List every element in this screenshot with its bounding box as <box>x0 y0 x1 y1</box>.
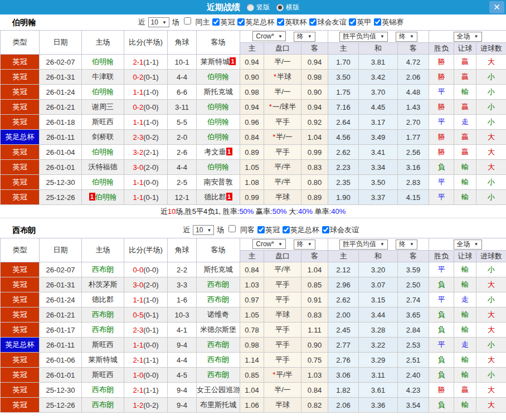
mean-away: 4.72 <box>398 55 429 70</box>
match-row: 英冠26-01-04伯明翰3-2(2-1)2-6考文垂10.89平手0.992.… <box>1 145 506 160</box>
checkbox-icon[interactable] <box>257 226 265 233</box>
col-type: 类型 <box>1 238 40 262</box>
radio-icon[interactable] <box>247 4 254 11</box>
competition-badge: 英冠 <box>1 55 40 70</box>
handicap-line: 平/半 <box>274 178 291 186</box>
competition-badge: 英冠 <box>1 398 40 413</box>
checkbox-icon[interactable] <box>184 17 191 25</box>
checkbox-icon[interactable] <box>309 18 317 26</box>
match-count-select[interactable]: 10▼ <box>193 225 214 235</box>
competition-filter-checkbox[interactable]: 英甲 <box>347 17 371 27</box>
score: 1-0(0-0) <box>124 368 168 383</box>
match-row: 英冠26-01-01沃特福德3-0(2-0)4-4伯明翰1.05平/半0.832… <box>1 160 506 175</box>
match-count-select[interactable]: 10▼ <box>148 17 169 27</box>
radio-selected-icon[interactable] <box>276 4 284 11</box>
chevron-down-icon: ▼ <box>410 34 414 39</box>
match-row: 英足总杯26-01-11斯旺西1-1(0-0)9-4西布朗0.98平手0.902… <box>1 338 506 353</box>
mean-away: 2.70 <box>398 115 429 130</box>
checkbox-icon[interactable] <box>322 226 329 233</box>
bookmaker-select[interactable]: Crow*▼ <box>252 31 286 41</box>
competition-filter-checkbox[interactable]: 英联杯 <box>275 17 306 27</box>
home-team: 西布朗 <box>82 323 124 338</box>
competition-filter-checkbox[interactable]: 英足总杯 <box>236 17 274 27</box>
away-team: 女王公园巡游者 <box>197 383 240 398</box>
competition-filter-checkbox[interactable]: 英足总杯 <box>281 225 319 235</box>
wdl-mean-select[interactable]: 胜平负均值▼ <box>339 32 388 42</box>
mean-stage-select[interactable]: 终▼ <box>396 240 417 250</box>
section-divider <box>0 218 506 222</box>
competition-filter-label: 英足总杯 <box>290 225 319 235</box>
corner-count: 2-2 <box>168 262 197 277</box>
competition-filter-checkbox[interactable]: 英冠 <box>256 225 280 235</box>
layout-radio-vertical[interactable]: 竖版 <box>247 3 270 12</box>
checkbox-icon[interactable] <box>228 225 236 232</box>
result-handicap: 贏 <box>454 383 476 398</box>
competition-badge: 英冠 <box>1 115 40 130</box>
odds-stage-select[interactable]: 终▼ <box>294 32 315 42</box>
col-result-handicap: 让球 <box>454 43 476 55</box>
away-team-name: 德比郡 <box>205 193 226 201</box>
col-mean-away: 客 <box>398 43 429 55</box>
home-team-name: 西布朗 <box>92 265 114 274</box>
close-button[interactable]: ✕ <box>489 1 504 13</box>
chevron-down-icon: ▼ <box>278 242 283 247</box>
match-date: 26-01-24 <box>40 292 82 307</box>
checkbox-icon[interactable] <box>277 18 284 26</box>
score: 1-1(1-0) <box>124 292 168 307</box>
match-date: 26-01-31 <box>40 277 82 292</box>
wdl-mean-select[interactable]: 胜平负均值▼ <box>339 240 388 250</box>
result-goals: 小 <box>476 70 506 85</box>
filter-controls: 近 10▼ 场 同客 英冠英足总杯球会友谊 <box>183 225 359 236</box>
competition-filter-checkbox[interactable]: 英冠 <box>211 17 235 27</box>
away-team: 西布朗 <box>197 368 240 383</box>
away-team-name: 伯明翰 <box>207 133 229 141</box>
handicap-line: 平手 <box>275 118 290 126</box>
corner-count: 4-5 <box>168 368 197 383</box>
odds-away: 0.94 <box>301 100 328 115</box>
competition-filter-checkbox[interactable]: 球会友谊 <box>308 17 346 27</box>
checkbox-icon[interactable] <box>237 18 245 26</box>
half-time-score: (0-1) <box>143 73 158 81</box>
same-venue-checkbox[interactable]: 同客 <box>224 225 255 235</box>
odds-stage-select[interactable]: 终▼ <box>294 240 315 250</box>
full-match-select[interactable]: 全场▼ <box>454 32 482 42</box>
full-time-score: 2-3 <box>133 326 143 334</box>
home-team-name: 西布朗 <box>92 325 114 334</box>
competition-filter-checkbox[interactable]: 球会友谊 <box>320 225 359 235</box>
competition-badge: 英冠 <box>1 277 40 292</box>
mean-home: 2.96 <box>328 277 359 292</box>
handicap-line: 半/一 <box>274 385 291 394</box>
mean-stage-select[interactable]: 终▼ <box>396 32 417 42</box>
mean-home: 2.76 <box>328 353 359 368</box>
layout-radio-horizontal[interactable]: 横版 <box>276 3 299 12</box>
near-label: 近 <box>183 225 190 235</box>
col-result-goals: 进球数 <box>476 43 506 55</box>
bookmaker-select[interactable]: Crow*▼ <box>252 239 286 249</box>
full-time-score: 1-1 <box>133 118 143 126</box>
away-team: 伯明翰 <box>197 115 240 130</box>
page-title: 近期战绩 <box>207 2 240 13</box>
mean-draw: 3.37 <box>359 190 398 205</box>
checkbox-icon[interactable] <box>374 18 381 26</box>
summary-segment: 10 <box>168 207 176 216</box>
score: 0-2(0-0) <box>124 100 168 115</box>
odds-home: 0.85 <box>240 368 264 383</box>
competition-filter-checkbox[interactable]: 英锦赛 <box>372 17 403 27</box>
checkbox-icon[interactable] <box>212 18 220 26</box>
competition-filter-label: 英冠 <box>265 225 280 235</box>
full-time-score: 0-0 <box>133 266 143 274</box>
full-match-select[interactable]: 全场▼ <box>454 240 482 250</box>
corner-count: 2-5 <box>168 175 197 190</box>
match-date: 26-02-07 <box>40 55 82 70</box>
half-time-score: (1-0) <box>143 118 158 126</box>
checkbox-icon[interactable] <box>349 18 356 26</box>
result-wdl: 負 <box>429 323 454 338</box>
full-time-score: 2-1 <box>133 356 143 364</box>
same-venue-checkbox[interactable]: 同主 <box>179 17 210 27</box>
checkbox-icon[interactable] <box>283 226 290 233</box>
mean-away: 1.77 <box>398 130 429 145</box>
handicap: 平手 <box>264 292 301 307</box>
away-team: 米德尔斯堡 <box>197 323 240 338</box>
corner-count: 3-11 <box>168 100 197 115</box>
competition-filters: 英冠英足总杯球会友谊 <box>255 225 359 236</box>
